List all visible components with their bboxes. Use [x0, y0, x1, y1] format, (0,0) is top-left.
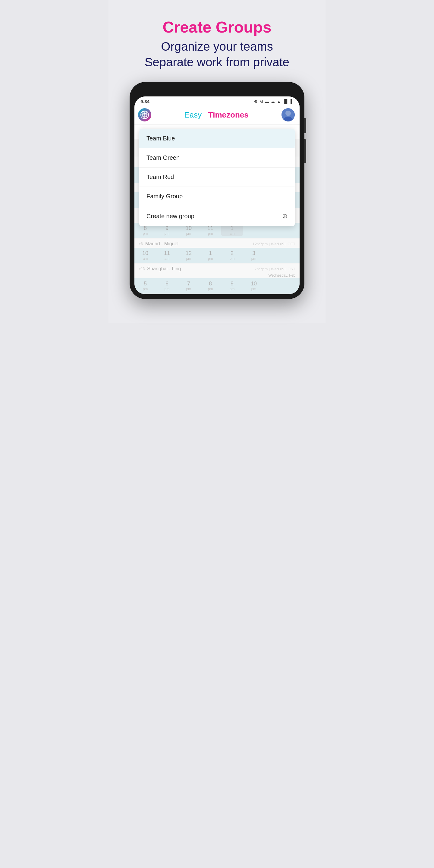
phone-screen: 9:34 ⚙ M ▬ ☁ ▲ ▐▌ ▌ [134, 96, 300, 294]
gmail-icon: M [259, 99, 263, 104]
time-cell: 1am [221, 225, 243, 236]
dropdown-item-label: Create new group [147, 213, 194, 220]
time-cell: 5pm [134, 281, 156, 291]
dropdown-item-label: Team Red [147, 174, 174, 181]
app-title: Easy Timezones [184, 110, 248, 120]
offset-badge-shanghai: +13 [138, 267, 145, 271]
side-button [304, 118, 306, 133]
time-cell: 10am [134, 250, 156, 261]
headline-sub2: Separate work from private [145, 54, 289, 70]
time-cell: 11am [156, 250, 178, 261]
time-cell: 9pm [221, 281, 243, 291]
app-logo[interactable] [138, 108, 151, 121]
status-bar: 9:34 ⚙ M ▬ ☁ ▲ ▐▌ ▌ [134, 96, 300, 105]
sim-icon: ▬ [265, 99, 269, 104]
svg-point-5 [285, 111, 291, 116]
group-dropdown-menu: Team Blue Team Green Team Red Family Gro… [139, 129, 295, 226]
time-cell: 11pm [199, 225, 221, 236]
dropdown-item-family-group[interactable]: Family Group [139, 187, 295, 206]
side-button-2 [304, 139, 306, 163]
headline-sub1: Organize your teams [161, 38, 273, 54]
avatar-image [281, 108, 295, 121]
time-cell: 6pm [156, 281, 178, 291]
dropdown-item-team-green[interactable]: Team Green [139, 148, 295, 167]
settings-icon: ⚙ [254, 99, 258, 104]
dropdown-item-label: Team Blue [147, 135, 175, 142]
user-avatar[interactable] [281, 108, 295, 121]
time-cell: 1pm [199, 250, 221, 261]
location-time-madrid: 12:27pm | Wed 09 | CET [253, 242, 296, 246]
wifi-icon: ▲ [277, 99, 281, 104]
time-cell: 8pm [134, 225, 156, 236]
location-row-madrid: +6 Madrid - Miguel 12:27pm | Wed 09 | CE… [134, 239, 300, 263]
offset-badge-madrid: +6 [138, 242, 143, 246]
app-header: Easy Timezones [134, 105, 300, 125]
logo-icon [141, 111, 149, 119]
time-cell: 9pm [156, 225, 178, 236]
time-cell: 12pm [178, 250, 199, 261]
dropdown-item-team-red[interactable]: Team Red [139, 167, 295, 187]
date-label-shanghai: Wednesday, Feb [134, 273, 300, 278]
time-cell: 7pm [178, 281, 199, 291]
headline-create: Create Groups [162, 18, 271, 36]
create-group-plus-icon: ⊕ [282, 212, 287, 220]
dropdown-item-label: Family Group [147, 193, 183, 200]
app-title-tz: Timezones [208, 110, 249, 119]
status-time: 9:34 [141, 99, 150, 104]
time-cell: 8pm [199, 281, 221, 291]
location-name-shanghai: Shanghai - Ling [147, 266, 181, 272]
location-name-madrid: Madrid - Miguel [145, 241, 179, 247]
phone-notch [196, 87, 238, 95]
dropdown-item-label: Team Green [147, 154, 180, 161]
phone-frame: 9:34 ⚙ M ▬ ☁ ▲ ▐▌ ▌ [130, 82, 304, 299]
location-row-shanghai: +13 Shanghai - Ling 7:27pm | Wed 09 | CS… [134, 264, 300, 293]
dropdown-item-team-blue[interactable]: Team Blue [139, 129, 295, 148]
signal-icon: ▐▌ [283, 99, 289, 104]
app-title-easy: Easy [184, 110, 202, 119]
page-wrapper: Create Groups Organize your teams Separa… [108, 0, 326, 323]
status-icons: ⚙ M ▬ ☁ ▲ ▐▌ ▌ [254, 99, 293, 104]
time-cell: 3pm [243, 250, 265, 261]
time-cell: 10pm [243, 281, 265, 291]
time-cell: 10pm [178, 225, 199, 236]
battery-icon: ▌ [290, 99, 293, 104]
time-cell: 2pm [221, 250, 243, 261]
dropdown-item-create-new[interactable]: Create new group ⊕ [139, 206, 295, 226]
cloud-icon: ☁ [271, 99, 275, 104]
location-time-shanghai: 7:27pm | Wed 09 | CST [255, 267, 296, 271]
